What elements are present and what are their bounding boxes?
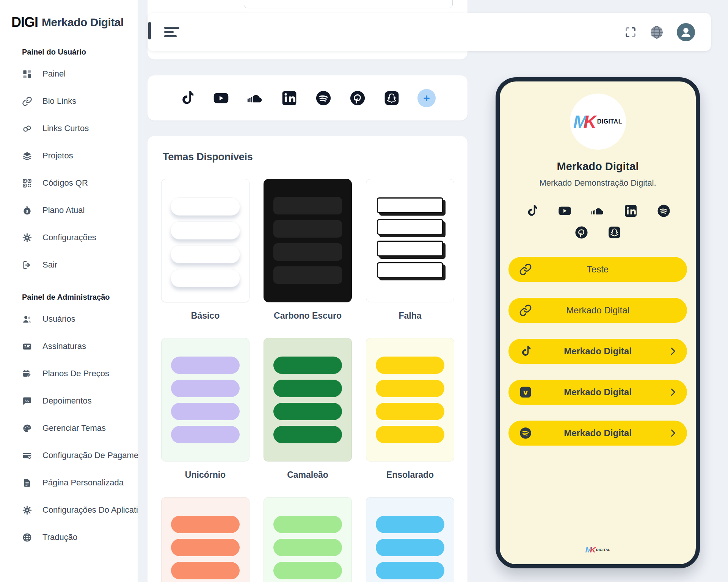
layers-icon — [22, 151, 32, 161]
theme-name: Ensolarado — [366, 470, 454, 480]
language-button[interactable] — [650, 25, 664, 39]
globe-icon — [22, 532, 32, 543]
phone-link-button-spotify[interactable]: Merkado Digital — [508, 421, 687, 446]
sidebar-item-links-curtos[interactable]: Links Curtos — [0, 115, 138, 142]
sidebar-item-label: Depoimentos — [42, 396, 92, 406]
sidebar-item-depoimentos[interactable]: Depoimentos — [0, 387, 138, 415]
theme-card-basico[interactable]: Básico — [161, 179, 249, 321]
linkedin-icon[interactable] — [624, 204, 638, 218]
theme-name: Camaleão — [264, 470, 352, 480]
sidebar-item-projetos[interactable]: Projetos — [0, 142, 138, 169]
theme-card-azul[interactable] — [366, 497, 454, 582]
sidebar-item-painel[interactable]: Painel — [0, 60, 138, 88]
app-logo: DIGI — [11, 14, 38, 30]
theme-card-verde[interactable] — [264, 497, 352, 582]
spotify-icon[interactable] — [657, 204, 671, 218]
sidebar-item-label: Projetos — [42, 151, 73, 161]
card-gear-icon — [22, 451, 32, 461]
user-nav: Painel Bio Links Links Curtos Projetos C… — [0, 60, 138, 278]
theme-preview — [264, 338, 352, 462]
sidebar-item-sair[interactable]: Sair — [0, 251, 138, 278]
spotify-icon — [519, 427, 532, 440]
fullscreen-button[interactable] — [624, 26, 637, 38]
menu-button[interactable] — [164, 27, 179, 37]
phone-link-button-teste[interactable]: Teste — [508, 257, 687, 282]
topbar — [147, 13, 711, 51]
id-card-icon — [22, 341, 32, 352]
sidebar-item-pagina-personalizada[interactable]: Página Personalizada — [0, 469, 138, 496]
user-avatar[interactable] — [677, 23, 695, 41]
pinterest-icon[interactable] — [574, 225, 588, 239]
chain-link-icon — [22, 96, 32, 106]
phone-link-button-vimeo[interactable]: Merkado Digital — [508, 380, 687, 405]
sidebar-item-label: Página Personalizada — [42, 478, 124, 488]
theme-preview — [366, 179, 454, 302]
soundcloud-icon[interactable] — [591, 204, 605, 218]
themes-grid: Básico Carbono Escuro Falha — [161, 179, 454, 582]
theme-card-carbono-escuro[interactable]: Carbono Escuro — [264, 179, 352, 321]
sidebar-item-label: Planos De Preços — [42, 369, 109, 379]
phone-link-button-merkado[interactable]: Merkado Digital — [508, 298, 687, 323]
sidebar-item-traducao[interactable]: Tradução — [0, 524, 138, 551]
linkedin-icon[interactable] — [281, 90, 298, 106]
sidebar-item-bio-links[interactable]: Bio Links — [0, 88, 138, 115]
fullscreen-icon — [624, 26, 637, 38]
sidebar-item-plano-atual[interactable]: Plano Atual — [0, 197, 138, 224]
file-icon — [22, 478, 32, 488]
brand-name: Merkado Digital — [42, 16, 124, 29]
theme-preview — [366, 338, 454, 462]
sidebar-item-codigos-qr[interactable]: Códigos QR — [0, 169, 138, 197]
theme-preview — [264, 179, 352, 302]
mk-digital-footer-logo: MKDIGITAL — [585, 545, 610, 554]
snapchat-icon[interactable] — [383, 90, 400, 106]
theme-card-camaleao[interactable]: Camaleão — [264, 338, 352, 480]
sidebar-item-label: Links Curtos — [42, 124, 89, 133]
sidebar-item-label: Painel — [42, 69, 66, 79]
chat-icon — [22, 396, 32, 406]
short-link-icon — [22, 124, 32, 134]
sidebar-item-assinaturas[interactable]: Assinaturas — [0, 333, 138, 360]
vimeo-icon — [519, 386, 532, 399]
profile-social-row1 — [525, 204, 671, 218]
sidebar-item-gerenciar-temas[interactable]: Gerenciar Temas — [0, 415, 138, 442]
sidebar-item-configuracoes-do-aplicativo[interactable]: Configurações Do Aplicativo — [0, 496, 138, 524]
tiktok-icon[interactable] — [525, 204, 539, 218]
youtube-icon[interactable] — [213, 90, 229, 106]
sidebar-item-planos-de-precos[interactable]: Planos De Preços — [0, 360, 138, 387]
chevron-right-icon — [668, 346, 678, 356]
sidebar-item-label: Bio Links — [42, 96, 76, 106]
theme-card-falha[interactable]: Falha — [366, 179, 454, 321]
themes-card: Temas Disponíveis Básico Carbono — [147, 136, 468, 582]
pinterest-icon[interactable] — [349, 90, 366, 106]
profile-social-row2 — [574, 225, 621, 239]
theme-preview — [366, 497, 454, 582]
sidebar-item-label: Configuração De Pagamento — [42, 451, 138, 460]
profile-buttons: Teste Merkado Digital Merkado Digital Me… — [500, 239, 696, 462]
content-scrollbar-thumb[interactable] — [148, 22, 151, 39]
spotify-icon[interactable] — [315, 90, 332, 106]
dashboard-icon — [22, 69, 32, 79]
theme-card-unicornio[interactable]: Unicórnio — [161, 338, 249, 480]
phone-link-button-tiktok[interactable]: Merkado Digital — [508, 339, 687, 364]
palette-icon — [22, 423, 32, 433]
sidebar-item-label: Sair — [42, 260, 57, 270]
add-social-button[interactable]: + — [417, 89, 436, 107]
theme-preview — [161, 179, 249, 302]
sidebar-item-configuracoes[interactable]: Configurações — [0, 224, 138, 251]
chevron-right-icon — [668, 428, 678, 438]
gear-icon — [22, 505, 32, 515]
soundcloud-icon[interactable] — [247, 90, 264, 106]
sidebar-item-label: Códigos QR — [42, 178, 88, 188]
theme-name: Carbono Escuro — [264, 311, 352, 321]
social-links-card: + — [147, 75, 468, 120]
theme-card-ensolarado[interactable]: Ensolarado — [366, 338, 454, 480]
sidebar: DIGI Merkado Digital Painel do Usuário P… — [0, 0, 138, 582]
snapchat-icon[interactable] — [607, 225, 621, 239]
youtube-icon[interactable] — [558, 204, 572, 218]
sidebar-item-usuarios[interactable]: Usuários — [0, 305, 138, 333]
theme-card-coral[interactable] — [161, 497, 249, 582]
sidebar-item-configuracao-de-pagamento[interactable]: Configuração De Pagamento — [0, 442, 138, 469]
description-textarea[interactable] — [244, 0, 453, 8]
tiktok-icon[interactable] — [179, 90, 195, 106]
sidebar-item-label: Configurações — [42, 233, 96, 242]
